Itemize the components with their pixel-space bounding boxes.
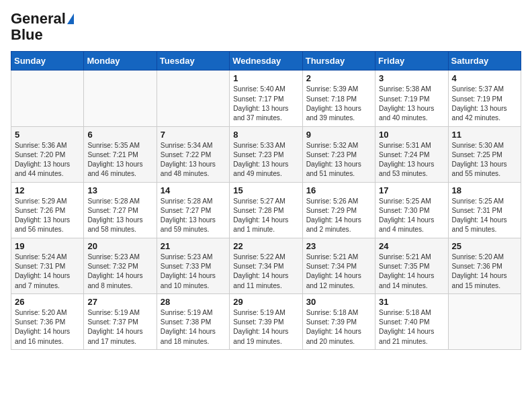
calendar-day-cell: 31Sunrise: 5:18 AM Sunset: 7:40 PM Dayli…	[375, 293, 448, 349]
day-info: Sunrise: 5:34 AM Sunset: 7:22 PM Dayligh…	[161, 141, 226, 179]
calendar-day-cell: 23Sunrise: 5:21 AM Sunset: 7:34 PM Dayli…	[302, 238, 375, 293]
day-number: 2	[306, 73, 371, 83]
day-info: Sunrise: 5:36 AM Sunset: 7:20 PM Dayligh…	[15, 141, 80, 179]
calendar-day-cell: 21Sunrise: 5:23 AM Sunset: 7:33 PM Dayli…	[157, 238, 229, 293]
day-number: 7	[161, 130, 226, 140]
day-info: Sunrise: 5:23 AM Sunset: 7:33 PM Dayligh…	[161, 253, 226, 291]
day-number: 6	[87, 130, 152, 140]
day-info: Sunrise: 5:35 AM Sunset: 7:21 PM Dayligh…	[87, 141, 152, 179]
day-info: Sunrise: 5:25 AM Sunset: 7:30 PM Dayligh…	[379, 197, 444, 235]
day-info: Sunrise: 5:39 AM Sunset: 7:18 PM Dayligh…	[306, 85, 371, 123]
calendar-day-cell: 4Sunrise: 5:37 AM Sunset: 7:19 PM Daylig…	[448, 71, 521, 126]
calendar-day-cell: 13Sunrise: 5:28 AM Sunset: 7:27 PM Dayli…	[84, 182, 157, 238]
weekday-header: Monday	[84, 52, 157, 71]
day-info: Sunrise: 5:33 AM Sunset: 7:23 PM Dayligh…	[233, 141, 298, 179]
calendar-week-row: 26Sunrise: 5:20 AM Sunset: 7:36 PM Dayli…	[11, 293, 521, 349]
day-number: 30	[306, 297, 371, 307]
day-info: Sunrise: 5:30 AM Sunset: 7:25 PM Dayligh…	[452, 141, 517, 179]
day-info: Sunrise: 5:28 AM Sunset: 7:27 PM Dayligh…	[161, 197, 226, 235]
calendar-day-cell: 14Sunrise: 5:28 AM Sunset: 7:27 PM Dayli…	[157, 182, 229, 238]
day-number: 27	[87, 297, 152, 307]
day-number: 10	[379, 130, 444, 140]
day-number: 8	[233, 130, 298, 140]
calendar-day-cell: 18Sunrise: 5:25 AM Sunset: 7:31 PM Dayli…	[448, 182, 521, 238]
day-number: 29	[233, 297, 298, 307]
logo-general: General	[11, 11, 66, 27]
day-info: Sunrise: 5:18 AM Sunset: 7:40 PM Dayligh…	[379, 308, 444, 347]
day-info: Sunrise: 5:32 AM Sunset: 7:23 PM Dayligh…	[306, 141, 371, 179]
day-info: Sunrise: 5:31 AM Sunset: 7:24 PM Dayligh…	[379, 141, 444, 179]
calendar-day-cell: 10Sunrise: 5:31 AM Sunset: 7:24 PM Dayli…	[375, 126, 448, 182]
day-number: 18	[452, 185, 517, 195]
day-number: 22	[233, 241, 298, 251]
logo-blue: Blue	[11, 26, 43, 43]
calendar-day-cell: 3Sunrise: 5:38 AM Sunset: 7:19 PM Daylig…	[375, 71, 448, 126]
day-info: Sunrise: 5:19 AM Sunset: 7:39 PM Dayligh…	[233, 308, 298, 347]
calendar-day-cell: 20Sunrise: 5:23 AM Sunset: 7:32 PM Dayli…	[84, 238, 157, 293]
day-number: 31	[379, 297, 444, 307]
calendar-day-cell: 2Sunrise: 5:39 AM Sunset: 7:18 PM Daylig…	[302, 71, 375, 126]
day-info: Sunrise: 5:27 AM Sunset: 7:28 PM Dayligh…	[233, 197, 298, 235]
day-number: 20	[87, 241, 152, 251]
day-number: 12	[15, 185, 80, 195]
calendar-day-cell: 30Sunrise: 5:18 AM Sunset: 7:39 PM Dayli…	[302, 293, 375, 349]
weekday-header: Wednesday	[230, 52, 302, 71]
calendar-day-cell: 19Sunrise: 5:24 AM Sunset: 7:31 PM Dayli…	[11, 238, 84, 293]
calendar-day-cell: 17Sunrise: 5:25 AM Sunset: 7:30 PM Dayli…	[375, 182, 448, 238]
weekday-header: Thursday	[302, 52, 375, 71]
day-number: 14	[161, 185, 226, 195]
day-number: 13	[87, 185, 152, 195]
calendar-day-cell: 28Sunrise: 5:19 AM Sunset: 7:38 PM Dayli…	[157, 293, 229, 349]
day-info: Sunrise: 5:18 AM Sunset: 7:39 PM Dayligh…	[306, 308, 371, 347]
calendar-week-row: 19Sunrise: 5:24 AM Sunset: 7:31 PM Dayli…	[11, 238, 521, 293]
day-number: 11	[452, 130, 517, 140]
day-number: 9	[306, 130, 371, 140]
calendar-week-row: 1Sunrise: 5:40 AM Sunset: 7:17 PM Daylig…	[11, 71, 521, 126]
calendar-day-cell	[84, 71, 157, 126]
logo: General Blue	[11, 11, 74, 43]
calendar-day-cell: 26Sunrise: 5:20 AM Sunset: 7:36 PM Dayli…	[11, 293, 84, 349]
day-info: Sunrise: 5:24 AM Sunset: 7:31 PM Dayligh…	[15, 253, 80, 291]
weekday-header: Friday	[375, 52, 448, 71]
day-info: Sunrise: 5:20 AM Sunset: 7:36 PM Dayligh…	[15, 308, 80, 347]
calendar-day-cell: 16Sunrise: 5:26 AM Sunset: 7:29 PM Dayli…	[302, 182, 375, 238]
day-info: Sunrise: 5:37 AM Sunset: 7:19 PM Dayligh…	[452, 85, 517, 123]
calendar-header-row: SundayMondayTuesdayWednesdayThursdayFrid…	[11, 52, 521, 71]
calendar-day-cell: 11Sunrise: 5:30 AM Sunset: 7:25 PM Dayli…	[448, 126, 521, 182]
day-number: 28	[161, 297, 226, 307]
calendar-day-cell	[11, 71, 84, 126]
day-info: Sunrise: 5:21 AM Sunset: 7:34 PM Dayligh…	[306, 253, 371, 291]
calendar-day-cell: 24Sunrise: 5:21 AM Sunset: 7:35 PM Dayli…	[375, 238, 448, 293]
day-number: 4	[452, 73, 517, 83]
day-info: Sunrise: 5:19 AM Sunset: 7:38 PM Dayligh…	[161, 308, 226, 347]
calendar-day-cell: 12Sunrise: 5:29 AM Sunset: 7:26 PM Dayli…	[11, 182, 84, 238]
day-number: 17	[379, 185, 444, 195]
calendar-day-cell: 5Sunrise: 5:36 AM Sunset: 7:20 PM Daylig…	[11, 126, 84, 182]
day-number: 15	[233, 185, 298, 195]
calendar-day-cell: 7Sunrise: 5:34 AM Sunset: 7:22 PM Daylig…	[157, 126, 229, 182]
calendar-table: SundayMondayTuesdayWednesdayThursdayFrid…	[11, 51, 521, 350]
day-info: Sunrise: 5:20 AM Sunset: 7:36 PM Dayligh…	[452, 253, 517, 291]
day-info: Sunrise: 5:23 AM Sunset: 7:32 PM Dayligh…	[87, 253, 152, 291]
day-number: 25	[452, 241, 517, 251]
weekday-header: Sunday	[11, 52, 84, 71]
calendar-day-cell: 6Sunrise: 5:35 AM Sunset: 7:21 PM Daylig…	[84, 126, 157, 182]
day-number: 21	[161, 241, 226, 251]
page-header: General Blue	[11, 11, 521, 43]
day-info: Sunrise: 5:38 AM Sunset: 7:19 PM Dayligh…	[379, 85, 444, 123]
day-number: 3	[379, 73, 444, 83]
calendar-week-row: 5Sunrise: 5:36 AM Sunset: 7:20 PM Daylig…	[11, 126, 521, 182]
day-number: 24	[379, 241, 444, 251]
weekday-header: Saturday	[448, 52, 521, 71]
calendar-day-cell	[157, 71, 229, 126]
day-number: 23	[306, 241, 371, 251]
day-number: 16	[306, 185, 371, 195]
day-info: Sunrise: 5:40 AM Sunset: 7:17 PM Dayligh…	[233, 85, 298, 123]
day-number: 1	[233, 73, 298, 83]
weekday-header: Tuesday	[157, 52, 229, 71]
logo-triangle-icon	[67, 13, 74, 24]
calendar-day-cell: 1Sunrise: 5:40 AM Sunset: 7:17 PM Daylig…	[230, 71, 302, 126]
day-number: 26	[15, 297, 80, 307]
day-number: 5	[15, 130, 80, 140]
calendar-day-cell: 8Sunrise: 5:33 AM Sunset: 7:23 PM Daylig…	[230, 126, 302, 182]
